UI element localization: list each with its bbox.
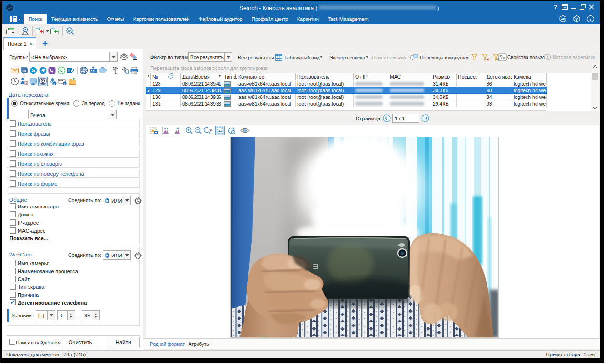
- svg-text:FTP: FTP: [91, 71, 95, 73]
- svg-text:S: S: [32, 68, 35, 73]
- svg-text:L: L: [68, 69, 71, 73]
- svg-text:?: ?: [554, 4, 557, 10]
- svg-text:i: i: [590, 17, 591, 22]
- svg-text:API: API: [561, 18, 566, 20]
- svg-text:ID: ID: [68, 29, 71, 32]
- svg-text:IM: IM: [22, 69, 26, 72]
- svg-text:HTTP: HTTP: [82, 69, 87, 71]
